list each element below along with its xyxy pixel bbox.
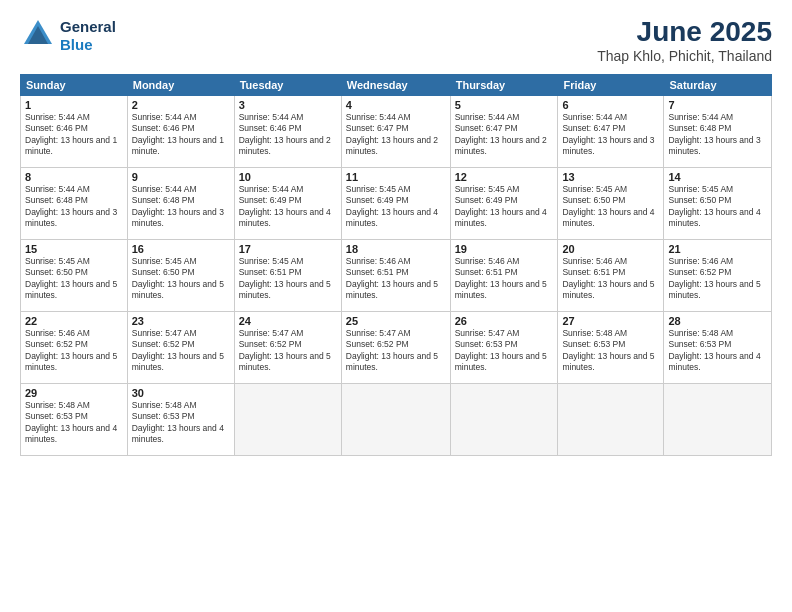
day-info: Sunrise: 5:46 AMSunset: 6:51 PMDaylight:…: [562, 256, 659, 302]
day-cell: 13 Sunrise: 5:45 AMSunset: 6:50 PMDaylig…: [558, 168, 664, 240]
logo-icon: [20, 16, 56, 52]
day-number: 11: [346, 171, 446, 183]
day-info: Sunrise: 5:44 AMSunset: 6:48 PMDaylight:…: [132, 184, 230, 230]
day-number: 26: [455, 315, 554, 327]
day-cell: 23 Sunrise: 5:47 AMSunset: 6:52 PMDaylig…: [127, 312, 234, 384]
day-info: Sunrise: 5:44 AMSunset: 6:48 PMDaylight:…: [668, 112, 767, 158]
day-number: 16: [132, 243, 230, 255]
col-thursday: Thursday: [450, 75, 558, 96]
calendar-table: Sunday Monday Tuesday Wednesday Thursday…: [20, 74, 772, 456]
day-info: Sunrise: 5:44 AMSunset: 6:49 PMDaylight:…: [239, 184, 337, 230]
col-saturday: Saturday: [664, 75, 772, 96]
day-info: Sunrise: 5:44 AMSunset: 6:48 PMDaylight:…: [25, 184, 123, 230]
location: Thap Khlo, Phichit, Thailand: [597, 48, 772, 64]
day-number: 22: [25, 315, 123, 327]
day-cell: 7 Sunrise: 5:44 AMSunset: 6:48 PMDayligh…: [664, 96, 772, 168]
day-info: Sunrise: 5:47 AMSunset: 6:52 PMDaylight:…: [239, 328, 337, 374]
day-info: Sunrise: 5:47 AMSunset: 6:52 PMDaylight:…: [346, 328, 446, 374]
day-number: 9: [132, 171, 230, 183]
day-number: 3: [239, 99, 337, 111]
day-info: Sunrise: 5:46 AMSunset: 6:52 PMDaylight:…: [25, 328, 123, 374]
day-info: Sunrise: 5:45 AMSunset: 6:51 PMDaylight:…: [239, 256, 337, 302]
day-info: Sunrise: 5:48 AMSunset: 6:53 PMDaylight:…: [668, 328, 767, 374]
day-number: 18: [346, 243, 446, 255]
day-info: Sunrise: 5:45 AMSunset: 6:50 PMDaylight:…: [25, 256, 123, 302]
day-info: Sunrise: 5:47 AMSunset: 6:52 PMDaylight:…: [132, 328, 230, 374]
day-info: Sunrise: 5:45 AMSunset: 6:49 PMDaylight:…: [346, 184, 446, 230]
week-row-5: 29 Sunrise: 5:48 AMSunset: 6:53 PMDaylig…: [21, 384, 772, 456]
day-number: 7: [668, 99, 767, 111]
day-cell: 5 Sunrise: 5:44 AMSunset: 6:47 PMDayligh…: [450, 96, 558, 168]
day-cell: 22 Sunrise: 5:46 AMSunset: 6:52 PMDaylig…: [21, 312, 128, 384]
day-number: 17: [239, 243, 337, 255]
day-number: 21: [668, 243, 767, 255]
day-number: 6: [562, 99, 659, 111]
day-number: 12: [455, 171, 554, 183]
day-cell: 11 Sunrise: 5:45 AMSunset: 6:49 PMDaylig…: [341, 168, 450, 240]
day-cell: 2 Sunrise: 5:44 AMSunset: 6:46 PMDayligh…: [127, 96, 234, 168]
calendar-header-row: Sunday Monday Tuesday Wednesday Thursday…: [21, 75, 772, 96]
day-cell: 14 Sunrise: 5:45 AMSunset: 6:50 PMDaylig…: [664, 168, 772, 240]
week-row-2: 8 Sunrise: 5:44 AMSunset: 6:48 PMDayligh…: [21, 168, 772, 240]
day-cell: 3 Sunrise: 5:44 AMSunset: 6:46 PMDayligh…: [234, 96, 341, 168]
day-number: 25: [346, 315, 446, 327]
day-info: Sunrise: 5:44 AMSunset: 6:47 PMDaylight:…: [455, 112, 554, 158]
day-cell: 16 Sunrise: 5:45 AMSunset: 6:50 PMDaylig…: [127, 240, 234, 312]
day-info: Sunrise: 5:44 AMSunset: 6:46 PMDaylight:…: [25, 112, 123, 158]
day-cell: 28 Sunrise: 5:48 AMSunset: 6:53 PMDaylig…: [664, 312, 772, 384]
day-info: Sunrise: 5:44 AMSunset: 6:46 PMDaylight:…: [239, 112, 337, 158]
day-cell: 21 Sunrise: 5:46 AMSunset: 6:52 PMDaylig…: [664, 240, 772, 312]
day-number: 29: [25, 387, 123, 399]
day-number: 15: [25, 243, 123, 255]
week-row-4: 22 Sunrise: 5:46 AMSunset: 6:52 PMDaylig…: [21, 312, 772, 384]
day-cell: 9 Sunrise: 5:44 AMSunset: 6:48 PMDayligh…: [127, 168, 234, 240]
day-number: 24: [239, 315, 337, 327]
day-info: Sunrise: 5:45 AMSunset: 6:49 PMDaylight:…: [455, 184, 554, 230]
day-info: Sunrise: 5:45 AMSunset: 6:50 PMDaylight:…: [562, 184, 659, 230]
day-number: 5: [455, 99, 554, 111]
col-wednesday: Wednesday: [341, 75, 450, 96]
day-number: 10: [239, 171, 337, 183]
day-number: 23: [132, 315, 230, 327]
day-number: 20: [562, 243, 659, 255]
day-number: 30: [132, 387, 230, 399]
day-cell: [450, 384, 558, 456]
calendar-page: General Blue June 2025 Thap Khlo, Phichi…: [0, 0, 792, 612]
day-cell: 29 Sunrise: 5:48 AMSunset: 6:53 PMDaylig…: [21, 384, 128, 456]
day-number: 13: [562, 171, 659, 183]
day-number: 2: [132, 99, 230, 111]
day-cell: 1 Sunrise: 5:44 AMSunset: 6:46 PMDayligh…: [21, 96, 128, 168]
day-cell: 25 Sunrise: 5:47 AMSunset: 6:52 PMDaylig…: [341, 312, 450, 384]
day-cell: 12 Sunrise: 5:45 AMSunset: 6:49 PMDaylig…: [450, 168, 558, 240]
col-tuesday: Tuesday: [234, 75, 341, 96]
day-info: Sunrise: 5:45 AMSunset: 6:50 PMDaylight:…: [132, 256, 230, 302]
logo-line2: Blue: [60, 36, 116, 54]
day-cell: 26 Sunrise: 5:47 AMSunset: 6:53 PMDaylig…: [450, 312, 558, 384]
col-monday: Monday: [127, 75, 234, 96]
day-number: 28: [668, 315, 767, 327]
day-info: Sunrise: 5:46 AMSunset: 6:51 PMDaylight:…: [455, 256, 554, 302]
week-row-1: 1 Sunrise: 5:44 AMSunset: 6:46 PMDayligh…: [21, 96, 772, 168]
day-info: Sunrise: 5:48 AMSunset: 6:53 PMDaylight:…: [132, 400, 230, 446]
day-cell: 17 Sunrise: 5:45 AMSunset: 6:51 PMDaylig…: [234, 240, 341, 312]
day-number: 27: [562, 315, 659, 327]
col-friday: Friday: [558, 75, 664, 96]
day-info: Sunrise: 5:46 AMSunset: 6:51 PMDaylight:…: [346, 256, 446, 302]
day-cell: [341, 384, 450, 456]
day-number: 1: [25, 99, 123, 111]
day-cell: 10 Sunrise: 5:44 AMSunset: 6:49 PMDaylig…: [234, 168, 341, 240]
day-cell: 18 Sunrise: 5:46 AMSunset: 6:51 PMDaylig…: [341, 240, 450, 312]
header: General Blue June 2025 Thap Khlo, Phichi…: [20, 16, 772, 64]
day-info: Sunrise: 5:44 AMSunset: 6:47 PMDaylight:…: [562, 112, 659, 158]
day-cell: 4 Sunrise: 5:44 AMSunset: 6:47 PMDayligh…: [341, 96, 450, 168]
day-cell: 30 Sunrise: 5:48 AMSunset: 6:53 PMDaylig…: [127, 384, 234, 456]
day-cell: [234, 384, 341, 456]
title-block: June 2025 Thap Khlo, Phichit, Thailand: [597, 16, 772, 64]
day-info: Sunrise: 5:44 AMSunset: 6:46 PMDaylight:…: [132, 112, 230, 158]
day-cell: 19 Sunrise: 5:46 AMSunset: 6:51 PMDaylig…: [450, 240, 558, 312]
day-info: Sunrise: 5:47 AMSunset: 6:53 PMDaylight:…: [455, 328, 554, 374]
day-info: Sunrise: 5:45 AMSunset: 6:50 PMDaylight:…: [668, 184, 767, 230]
day-cell: [558, 384, 664, 456]
day-cell: 20 Sunrise: 5:46 AMSunset: 6:51 PMDaylig…: [558, 240, 664, 312]
col-sunday: Sunday: [21, 75, 128, 96]
